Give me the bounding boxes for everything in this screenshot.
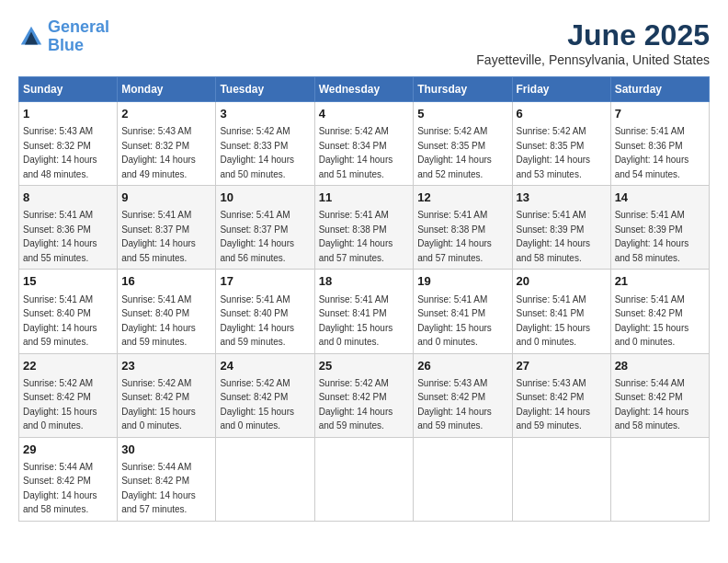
calendar-cell xyxy=(610,437,709,521)
calendar-cell: 23 Sunrise: 5:42 AMSunset: 8:42 PMDaylig… xyxy=(118,353,216,437)
week-row-4: 22 Sunrise: 5:42 AMSunset: 8:42 PMDaylig… xyxy=(19,353,710,437)
day-number: 9 xyxy=(121,190,211,206)
day-number: 16 xyxy=(121,273,211,290)
day-info: Sunrise: 5:41 AMSunset: 8:37 PMDaylight:… xyxy=(220,210,294,263)
day-number: 21 xyxy=(615,273,705,290)
calendar-cell: 19 Sunrise: 5:41 AMSunset: 8:41 PMDaylig… xyxy=(414,270,512,353)
day-info: Sunrise: 5:41 AMSunset: 8:40 PMDaylight:… xyxy=(23,294,97,348)
day-info: Sunrise: 5:41 AMSunset: 8:41 PMDaylight:… xyxy=(319,294,393,348)
weekday-header-sunday: Sunday xyxy=(19,77,118,102)
day-number: 14 xyxy=(615,190,705,206)
calendar-cell: 30 Sunrise: 5:44 AMSunset: 8:42 PMDaylig… xyxy=(118,437,216,521)
calendar-cell: 15 Sunrise: 5:41 AMSunset: 8:40 PMDaylig… xyxy=(19,270,118,353)
week-row-5: 29 Sunrise: 5:44 AMSunset: 8:42 PMDaylig… xyxy=(19,437,710,521)
calendar-cell: 28 Sunrise: 5:44 AMSunset: 8:42 PMDaylig… xyxy=(610,353,709,437)
calendar-cell: 22 Sunrise: 5:42 AMSunset: 8:42 PMDaylig… xyxy=(19,353,118,437)
day-number: 25 xyxy=(319,358,410,374)
day-info: Sunrise: 5:41 AMSunset: 8:37 PMDaylight:… xyxy=(121,210,196,263)
day-number: 12 xyxy=(417,190,507,206)
day-info: Sunrise: 5:43 AMSunset: 8:42 PMDaylight:… xyxy=(517,378,591,431)
calendar-cell: 14 Sunrise: 5:41 AMSunset: 8:39 PMDaylig… xyxy=(610,186,709,270)
day-number: 20 xyxy=(517,273,607,290)
calendar-cell: 24 Sunrise: 5:42 AMSunset: 8:42 PMDaylig… xyxy=(216,353,314,437)
calendar-cell: 4 Sunrise: 5:42 AMSunset: 8:34 PMDayligh… xyxy=(314,102,414,186)
day-number: 29 xyxy=(23,442,113,458)
day-number: 15 xyxy=(23,273,113,290)
calendar-table: SundayMondayTuesdayWednesdayThursdayFrid… xyxy=(18,76,710,522)
logo-icon xyxy=(18,24,44,50)
calendar-cell: 18 Sunrise: 5:41 AMSunset: 8:41 PMDaylig… xyxy=(314,270,414,353)
calendar-cell: 7 Sunrise: 5:41 AMSunset: 8:36 PMDayligh… xyxy=(610,102,709,186)
day-info: Sunrise: 5:42 AMSunset: 8:42 PMDaylight:… xyxy=(319,378,393,431)
day-number: 5 xyxy=(417,106,507,122)
weekday-header-friday: Friday xyxy=(512,77,610,102)
calendar-cell xyxy=(414,437,512,521)
week-row-1: 1 Sunrise: 5:43 AMSunset: 8:32 PMDayligh… xyxy=(19,102,710,186)
weekday-header-row: SundayMondayTuesdayWednesdayThursdayFrid… xyxy=(19,77,710,102)
logo-text: General Blue xyxy=(48,18,109,55)
calendar-cell xyxy=(216,437,314,521)
day-info: Sunrise: 5:41 AMSunset: 8:39 PMDaylight:… xyxy=(615,210,689,263)
day-info: Sunrise: 5:43 AMSunset: 8:42 PMDaylight:… xyxy=(417,378,492,431)
day-number: 24 xyxy=(220,358,310,374)
day-number: 30 xyxy=(121,442,211,458)
day-number: 6 xyxy=(517,106,607,122)
weekday-header-thursday: Thursday xyxy=(414,77,512,102)
calendar-cell: 8 Sunrise: 5:41 AMSunset: 8:36 PMDayligh… xyxy=(19,186,118,270)
day-info: Sunrise: 5:44 AMSunset: 8:42 PMDaylight:… xyxy=(121,462,196,515)
day-number: 22 xyxy=(23,358,113,374)
weekday-header-tuesday: Tuesday xyxy=(216,77,314,102)
calendar-cell: 2 Sunrise: 5:43 AMSunset: 8:32 PMDayligh… xyxy=(118,102,216,186)
day-number: 7 xyxy=(615,106,705,122)
calendar-cell: 6 Sunrise: 5:42 AMSunset: 8:35 PMDayligh… xyxy=(512,102,610,186)
header: General Blue June 2025 Fayetteville, Pen… xyxy=(18,18,710,67)
day-info: Sunrise: 5:42 AMSunset: 8:33 PMDaylight:… xyxy=(220,126,294,179)
day-number: 8 xyxy=(23,190,113,206)
day-info: Sunrise: 5:42 AMSunset: 8:35 PMDaylight:… xyxy=(417,126,492,179)
day-info: Sunrise: 5:41 AMSunset: 8:39 PMDaylight:… xyxy=(517,210,591,263)
calendar-cell: 11 Sunrise: 5:41 AMSunset: 8:38 PMDaylig… xyxy=(314,186,414,270)
calendar-cell xyxy=(314,437,414,521)
day-info: Sunrise: 5:42 AMSunset: 8:34 PMDaylight:… xyxy=(319,126,393,179)
day-info: Sunrise: 5:41 AMSunset: 8:36 PMDaylight:… xyxy=(23,210,97,263)
calendar-cell: 17 Sunrise: 5:41 AMSunset: 8:40 PMDaylig… xyxy=(216,270,314,353)
day-number: 18 xyxy=(319,273,410,290)
calendar-cell: 10 Sunrise: 5:41 AMSunset: 8:37 PMDaylig… xyxy=(216,186,314,270)
calendar-cell: 1 Sunrise: 5:43 AMSunset: 8:32 PMDayligh… xyxy=(19,102,118,186)
calendar-cell: 9 Sunrise: 5:41 AMSunset: 8:37 PMDayligh… xyxy=(118,186,216,270)
calendar-cell: 5 Sunrise: 5:42 AMSunset: 8:35 PMDayligh… xyxy=(414,102,512,186)
day-info: Sunrise: 5:41 AMSunset: 8:38 PMDaylight:… xyxy=(417,210,492,263)
calendar-cell: 12 Sunrise: 5:41 AMSunset: 8:38 PMDaylig… xyxy=(414,186,512,270)
day-info: Sunrise: 5:42 AMSunset: 8:42 PMDaylight:… xyxy=(220,378,294,431)
day-info: Sunrise: 5:42 AMSunset: 8:35 PMDaylight:… xyxy=(517,126,591,179)
day-info: Sunrise: 5:42 AMSunset: 8:42 PMDaylight:… xyxy=(121,378,196,431)
day-number: 28 xyxy=(615,358,705,374)
location-title: Fayetteville, Pennsylvania, United State… xyxy=(476,52,710,67)
day-number: 4 xyxy=(319,106,410,122)
day-info: Sunrise: 5:41 AMSunset: 8:41 PMDaylight:… xyxy=(517,294,591,348)
day-number: 19 xyxy=(417,273,507,290)
weekday-header-wednesday: Wednesday xyxy=(314,77,414,102)
calendar-cell: 13 Sunrise: 5:41 AMSunset: 8:39 PMDaylig… xyxy=(512,186,610,270)
day-number: 27 xyxy=(517,358,607,374)
calendar-cell: 3 Sunrise: 5:42 AMSunset: 8:33 PMDayligh… xyxy=(216,102,314,186)
day-info: Sunrise: 5:41 AMSunset: 8:42 PMDaylight:… xyxy=(615,294,689,348)
calendar-cell: 20 Sunrise: 5:41 AMSunset: 8:41 PMDaylig… xyxy=(512,270,610,353)
weekday-header-monday: Monday xyxy=(118,77,216,102)
weekday-header-saturday: Saturday xyxy=(610,77,709,102)
day-info: Sunrise: 5:41 AMSunset: 8:38 PMDaylight:… xyxy=(319,210,393,263)
day-number: 10 xyxy=(220,190,310,206)
week-row-3: 15 Sunrise: 5:41 AMSunset: 8:40 PMDaylig… xyxy=(19,270,710,353)
day-info: Sunrise: 5:41 AMSunset: 8:40 PMDaylight:… xyxy=(220,294,294,348)
day-number: 1 xyxy=(23,106,113,122)
day-number: 2 xyxy=(121,106,211,122)
day-info: Sunrise: 5:42 AMSunset: 8:42 PMDaylight:… xyxy=(23,378,97,431)
calendar-cell: 29 Sunrise: 5:44 AMSunset: 8:42 PMDaylig… xyxy=(19,437,118,521)
day-info: Sunrise: 5:44 AMSunset: 8:42 PMDaylight:… xyxy=(615,378,689,431)
calendar-cell xyxy=(512,437,610,521)
logo: General Blue xyxy=(18,18,109,55)
calendar-cell: 26 Sunrise: 5:43 AMSunset: 8:42 PMDaylig… xyxy=(414,353,512,437)
title-area: June 2025 Fayetteville, Pennsylvania, Un… xyxy=(476,18,710,67)
day-info: Sunrise: 5:41 AMSunset: 8:41 PMDaylight:… xyxy=(417,294,492,348)
day-number: 17 xyxy=(220,273,310,290)
